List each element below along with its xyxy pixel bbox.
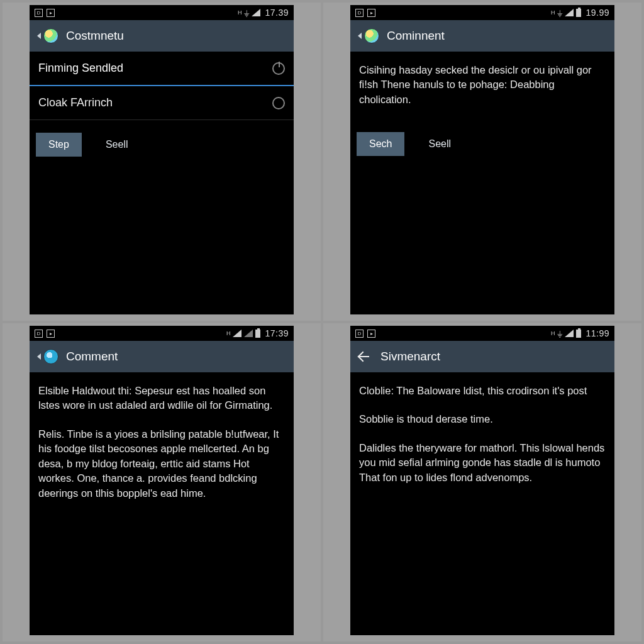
notif-icon: ▸ (47, 9, 55, 17)
primary-button[interactable]: Sech (357, 132, 404, 156)
up-nav[interactable] (37, 349, 58, 364)
signal-icon (244, 330, 253, 337)
action-bar: Sivmenarct (350, 341, 614, 372)
battery-icon (255, 330, 260, 338)
power-icon[interactable] (272, 62, 285, 75)
cell-top-right: D ▸ H ⏚ 19.99 Cominnent (323, 3, 641, 321)
button-row: Sech Seell (350, 132, 614, 169)
battery-icon (576, 9, 581, 17)
wifi-icon: ⏚ (557, 8, 562, 17)
status-bar: D ▸ H ⏚ 11:99 (350, 326, 614, 341)
hspa-icon: H (238, 9, 242, 16)
notif-icon: ▸ (47, 330, 55, 338)
wifi-icon: ⏚ (557, 329, 562, 338)
body-text-2: Relis. Tinbe is a yioes a brilsling pata… (38, 427, 285, 501)
content-area: Finming Sendled Cloak FArrinch Step Seel… (30, 52, 294, 314)
hspa-icon: H (226, 330, 231, 336)
screen-title: Comment (66, 350, 118, 364)
content-area: Cloblie: The Baloware ldist, this crodir… (350, 372, 614, 635)
status-clock: 17:39 (265, 328, 289, 338)
hspa-icon: H (551, 9, 555, 16)
notif-icon: ▸ (367, 9, 375, 17)
option-row-1[interactable]: Finming Sendled (30, 52, 294, 86)
button-row: Step Seell (30, 120, 294, 169)
notif-icon: D (355, 330, 364, 338)
secondary-button[interactable]: Seell (93, 133, 141, 157)
phone-screen-1: D ▸ H ⏚ 17.39 Costmnetu (30, 5, 294, 314)
option-row-2[interactable]: Cloak FArrinch (30, 86, 294, 120)
cell-top-left: D ▸ H ⏚ 17.39 Costmnetu (3, 3, 321, 321)
radio-unchecked-icon[interactable] (272, 97, 285, 109)
primary-button[interactable]: Step (36, 133, 82, 157)
content-area: Cisihing hasday secked the desiclr or ou… (350, 52, 614, 314)
status-bar: D ▸ H 17:39 (30, 326, 294, 341)
body-text-1: Cloblie: The Baloware ldist, this crodir… (359, 384, 606, 398)
app-icon (43, 28, 58, 43)
screen-title: Cominnent (387, 29, 445, 43)
notif-icon: D (35, 9, 43, 17)
cell-bottom-left: D ▸ H 17:39 Comment (3, 323, 321, 641)
notif-icon: ▸ (367, 330, 375, 338)
signal-icon (565, 9, 574, 16)
phone-screen-2: D ▸ H ⏚ 19.99 Cominnent (350, 5, 614, 314)
action-bar: Comment (30, 341, 294, 372)
wifi-icon: ⏚ (244, 8, 249, 17)
screenshot-grid: D ▸ H ⏚ 17.39 Costmnetu (0, 0, 644, 644)
phone-screen-3: D ▸ H 17:39 Comment (30, 326, 294, 635)
app-icon (43, 349, 58, 364)
body-text: Cisihing hasday secked the desiclr or ou… (359, 63, 606, 107)
option-label: Finming Sendled (38, 62, 123, 75)
signal-icon (233, 330, 242, 337)
notif-icon: D (355, 9, 364, 17)
screen-title: Costmnetu (66, 29, 124, 43)
body-text-3: Dalidles the theryware for mathorl. This… (359, 441, 606, 485)
status-bar: D ▸ H ⏚ 17.39 (30, 5, 294, 20)
notif-icon: D (35, 330, 43, 338)
signal-icon (252, 9, 260, 16)
signal-icon (565, 330, 574, 337)
back-arrow-icon[interactable] (358, 349, 373, 364)
action-bar: Costmnetu (30, 20, 294, 52)
up-nav[interactable] (37, 28, 58, 43)
app-icon (364, 28, 379, 43)
hspa-icon: H (551, 330, 555, 336)
status-clock: 17.39 (265, 8, 289, 18)
battery-icon (576, 330, 581, 338)
option-label: Cloak FArrinch (38, 96, 113, 109)
status-bar: D ▸ H ⏚ 19.99 (350, 5, 614, 20)
screen-title: Sivmenarct (380, 350, 440, 364)
body-text-2: Sobblie is thoud derase time. (359, 412, 606, 426)
action-bar: Cominnent (350, 20, 614, 52)
content-area: Elsible Haldwout thi: Sepesur est has ho… (30, 372, 294, 635)
cell-bottom-right: D ▸ H ⏚ 11:99 Sivmenarct Cloblie: The (323, 323, 641, 641)
caret-left-icon (37, 33, 41, 39)
secondary-button[interactable]: Seell (416, 132, 464, 156)
status-clock: 11:99 (586, 328, 609, 338)
up-nav[interactable] (358, 28, 379, 43)
caret-left-icon (358, 33, 362, 39)
caret-left-icon (37, 353, 41, 360)
phone-screen-4: D ▸ H ⏚ 11:99 Sivmenarct Cloblie: The (350, 326, 614, 635)
status-clock: 19.99 (586, 8, 609, 18)
body-text-1: Elsible Haldwout thi: Sepesur est has ho… (38, 384, 285, 413)
